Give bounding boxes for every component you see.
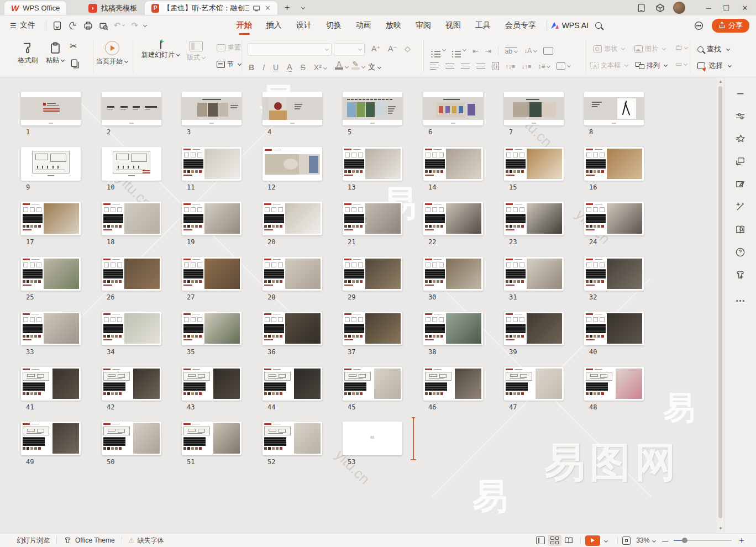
slide-thumbnail[interactable]	[21, 367, 81, 401]
play-from-current-button[interactable]: 当页开始	[96, 41, 128, 66]
select-button[interactable]: 选择	[697, 61, 731, 71]
slide-thumbnail[interactable]	[182, 422, 242, 455]
slide-thumbnail[interactable]	[21, 147, 81, 181]
slide-thumbnail[interactable]	[423, 257, 483, 291]
print-preview-icon[interactable]	[98, 20, 109, 31]
find-in-doc-icon[interactable]	[735, 224, 746, 235]
skin-theme-icon[interactable]	[735, 270, 746, 280]
cube-3d-icon[interactable]	[655, 3, 665, 13]
mobile-sync-icon[interactable]	[637, 3, 646, 13]
slide-thumbnail[interactable]	[102, 92, 161, 125]
slide-thumbnail[interactable]	[21, 92, 81, 125]
font-size-select[interactable]	[334, 43, 365, 56]
collapse-pane-icon[interactable]	[735, 88, 746, 99]
slide-thumbnail[interactable]	[182, 202, 242, 235]
slide-thumbnail[interactable]	[343, 367, 402, 401]
slide-thumbnail[interactable]	[423, 367, 483, 401]
slide-thumbnail[interactable]	[423, 147, 483, 181]
vertical-scrollbar[interactable]: ▲ ▼	[717, 77, 724, 533]
slide-sorter-view-button[interactable]	[548, 535, 561, 546]
slide-thumbnail[interactable]	[504, 367, 564, 401]
find-button[interactable]: 查找	[697, 44, 729, 54]
cut-icon[interactable]: ✂	[70, 41, 77, 51]
tab-slideshow[interactable]: 放映	[386, 20, 401, 30]
slide-thumbnail[interactable]	[102, 202, 161, 235]
slide-thumbnail[interactable]	[102, 312, 161, 345]
export-pdf-icon[interactable]	[67, 20, 78, 31]
slide-thumbnail[interactable]	[102, 257, 161, 291]
zoom-out-button[interactable]: ─	[662, 536, 668, 545]
tab-view[interactable]: 视图	[445, 20, 461, 30]
slide-thumbnail[interactable]	[343, 202, 402, 235]
normal-view-button[interactable]	[533, 535, 548, 546]
slide-thumbnail[interactable]	[584, 202, 644, 235]
font-name-select[interactable]	[248, 43, 332, 56]
new-slide-button[interactable]: + 新建幻灯片	[141, 41, 180, 60]
tab-close-icon[interactable]: ✕	[265, 4, 271, 12]
slide-thumbnail[interactable]	[102, 422, 161, 455]
home-tab[interactable]: W WPS Office	[4, 1, 66, 15]
properties-sliders-icon[interactable]	[735, 111, 746, 122]
format-painter-button[interactable]: 格式刷	[18, 42, 38, 65]
tab-design[interactable]: 设计	[296, 20, 312, 30]
slide-thumbnail[interactable]	[262, 257, 322, 291]
docer-tab[interactable]: ◗ 找稿壳模板	[82, 1, 144, 15]
user-avatar[interactable]	[673, 2, 685, 14]
slideshow-play-button[interactable]	[585, 535, 600, 546]
slide-thumbnail[interactable]	[343, 147, 402, 181]
slide-thumbnail[interactable]	[262, 147, 322, 181]
slide-thumbnail[interactable]	[182, 147, 242, 181]
search-icon[interactable]	[593, 20, 604, 31]
tab-home[interactable]: 开始	[237, 20, 252, 30]
slide-thumbnail[interactable]	[343, 92, 402, 125]
scrollbar-thumb[interactable]	[718, 86, 722, 518]
print-icon[interactable]	[83, 20, 94, 31]
reading-view-button[interactable]	[561, 535, 576, 546]
more-tools-icon[interactable]	[735, 296, 746, 306]
slide-thumbnail[interactable]	[584, 257, 644, 291]
tab-insert[interactable]: 插入	[266, 20, 282, 30]
slide-thumbnail[interactable]	[182, 367, 242, 401]
slide-thumbnail[interactable]	[504, 92, 564, 125]
zoom-slider-knob[interactable]	[682, 538, 687, 543]
paste-button[interactable]: 粘贴	[46, 42, 64, 65]
slide-thumbnail[interactable]	[343, 422, 402, 455]
section-button[interactable]: 节	[217, 60, 241, 69]
play-options-chevron-icon[interactable]	[604, 538, 608, 542]
slide-thumbnail[interactable]	[584, 367, 644, 401]
zoom-level[interactable]: 33%	[636, 537, 649, 544]
slide-thumbnail[interactable]	[423, 312, 483, 345]
tab-transition[interactable]: 切换	[326, 20, 342, 30]
slide-thumbnail[interactable]	[584, 312, 644, 345]
slide-thumbnail[interactable]	[504, 202, 564, 235]
slide-thumbnail[interactable]	[343, 312, 402, 345]
slide-thumbnail[interactable]	[182, 257, 242, 291]
magic-wand-icon[interactable]	[735, 202, 746, 212]
save-icon[interactable]	[52, 20, 63, 31]
slide-thumbnail[interactable]	[182, 92, 242, 125]
tab-tools[interactable]: 工具	[475, 20, 491, 30]
missing-fonts-label[interactable]: 缺失字体	[137, 536, 164, 545]
more-options-icon[interactable]	[693, 20, 704, 31]
effects-star-icon[interactable]	[735, 134, 746, 144]
slide-thumbnail[interactable]	[21, 257, 81, 291]
zoom-in-button[interactable]: ＋	[737, 535, 746, 546]
slide-thumbnail[interactable]	[262, 367, 322, 401]
slide-thumbnail[interactable]	[262, 422, 322, 455]
zoom-slider[interactable]	[674, 540, 732, 541]
slide-thumbnail[interactable]	[21, 202, 81, 235]
slide-thumbnail[interactable]	[21, 312, 81, 345]
slide-sorter-canvas[interactable]: 易 易 易 易 易图网 yitu.cn yitu.cn yitu.cn yitu…	[0, 77, 717, 533]
slide-thumbnail[interactable]	[21, 422, 81, 455]
slide-thumbnail[interactable]	[584, 92, 644, 125]
slide-thumbnail[interactable]	[343, 257, 402, 291]
slide-thumbnail[interactable]	[262, 92, 322, 125]
slide-thumbnail[interactable]	[102, 147, 161, 181]
new-tab-button[interactable]: +	[285, 3, 290, 13]
copy-icon[interactable]	[70, 59, 80, 71]
arrange-button[interactable]: 排列	[636, 61, 667, 70]
tab-member[interactable]: 会员专享	[505, 20, 536, 30]
slide-thumbnail[interactable]	[504, 257, 564, 291]
slide-thumbnail[interactable]	[423, 202, 483, 235]
file-menu[interactable]: ☰文件	[10, 20, 35, 30]
